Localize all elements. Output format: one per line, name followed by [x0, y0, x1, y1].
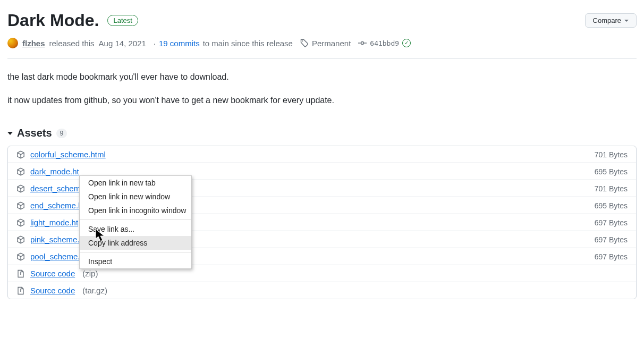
- author-group: flzhes released this Aug 14, 2021: [7, 38, 146, 48]
- package-icon: [16, 252, 25, 261]
- file-zip-icon: [16, 269, 25, 278]
- commits-link[interactable]: 19 commits: [159, 39, 200, 48]
- asset-left: Source code(zip): [16, 269, 98, 278]
- package-icon: [16, 150, 25, 159]
- asset-left: desert_schem: [16, 184, 80, 193]
- context-menu-item[interactable]: Inspect: [80, 255, 191, 268]
- asset-size: 697 Bytes: [595, 218, 628, 227]
- asset-left: colorful_scheme.html: [16, 150, 106, 159]
- asset-size: 701 Bytes: [595, 150, 628, 159]
- package-icon: [16, 201, 25, 210]
- asset-archive-type: (zip): [82, 269, 98, 278]
- package-icon: [16, 184, 25, 193]
- asset-size: 695 Bytes: [595, 201, 628, 210]
- context-menu-item[interactable]: Save link as...: [80, 222, 191, 236]
- svg-point-0: [302, 40, 303, 41]
- chevron-down-icon: [624, 20, 629, 22]
- asset-row: Source code(tar.gz): [8, 282, 636, 299]
- commit-icon: [358, 39, 367, 47]
- asset-left: light_mode.ht: [16, 218, 78, 227]
- latest-badge: Latest: [107, 15, 138, 26]
- package-icon: [16, 218, 25, 227]
- asset-size: 695 Bytes: [595, 167, 628, 176]
- avatar[interactable]: [7, 38, 18, 48]
- asset-link[interactable]: Source code: [30, 269, 75, 278]
- context-menu-item[interactable]: Open link in incognito window: [80, 204, 191, 217]
- context-menu-item[interactable]: Open link in new tab: [80, 176, 191, 190]
- asset-link[interactable]: end_scheme.h: [30, 201, 82, 210]
- compare-button[interactable]: Compare: [585, 13, 637, 28]
- description-line-1: the last dark mode bookmark you'll ever …: [7, 70, 637, 84]
- commits-since: · 19 commits to main since this release: [154, 39, 293, 48]
- verified-icon: ✓: [402, 39, 411, 47]
- context-menu-item[interactable]: Open link in new window: [80, 190, 191, 204]
- title-group: Dark Mode. Latest: [7, 11, 138, 30]
- chevron-down-icon: [7, 132, 13, 135]
- asset-size: 697 Bytes: [595, 252, 628, 261]
- asset-link[interactable]: light_mode.ht: [30, 218, 78, 227]
- asset-size: 701 Bytes: [595, 184, 628, 193]
- compare-button-label: Compare: [593, 16, 621, 24]
- commit-sha[interactable]: 641bbd9: [370, 39, 399, 47]
- author-link[interactable]: flzhes: [22, 39, 45, 48]
- release-description: the last dark mode bookmark you'll ever …: [7, 70, 637, 107]
- context-menu-separator: [80, 220, 191, 220]
- asset-left: Source code(tar.gz): [16, 286, 107, 295]
- release-header: Dark Mode. Latest Compare: [7, 11, 637, 30]
- context-menu-separator: [80, 252, 191, 252]
- assets-count: 9: [56, 129, 67, 138]
- svg-point-1: [361, 42, 364, 45]
- commits-suffix: to main since this release: [203, 39, 293, 48]
- context-menu: Open link in new tabOpen link in new win…: [79, 175, 192, 269]
- asset-left: end_scheme.h: [16, 201, 82, 210]
- package-icon: [16, 235, 25, 244]
- description-line-2: it now updates from github, so you won't…: [7, 94, 637, 107]
- assets-heading: Assets: [17, 127, 52, 139]
- dot-separator: ·: [154, 39, 156, 48]
- released-label: released this: [49, 39, 95, 48]
- release-meta: flzhes released this Aug 14, 2021 · 19 c…: [7, 38, 637, 58]
- asset-link[interactable]: dark_mode.ht: [30, 167, 79, 176]
- context-menu-item[interactable]: Copy link address: [80, 236, 191, 250]
- commit-group: 641bbd9 ✓: [358, 39, 411, 47]
- asset-link[interactable]: colorful_scheme.html: [30, 150, 106, 159]
- tag-icon: [300, 39, 309, 47]
- asset-left: pink_scheme.l: [16, 235, 81, 244]
- file-zip-icon: [16, 286, 25, 295]
- assets-toggle[interactable]: Assets 9: [7, 127, 637, 139]
- asset-row: colorful_scheme.html701 Bytes: [8, 146, 636, 163]
- asset-link[interactable]: Source code: [30, 286, 75, 295]
- tag-group: Permanent: [300, 39, 351, 48]
- asset-archive-type: (tar.gz): [82, 286, 107, 295]
- asset-link[interactable]: desert_schem: [30, 184, 80, 193]
- asset-size: 697 Bytes: [595, 235, 628, 244]
- asset-link[interactable]: pink_scheme.l: [30, 235, 81, 244]
- tag-label: Permanent: [312, 39, 351, 48]
- release-title: Dark Mode.: [7, 11, 99, 30]
- package-icon: [16, 167, 25, 176]
- release-date: Aug 14, 2021: [99, 39, 146, 48]
- asset-left: dark_mode.ht: [16, 167, 79, 176]
